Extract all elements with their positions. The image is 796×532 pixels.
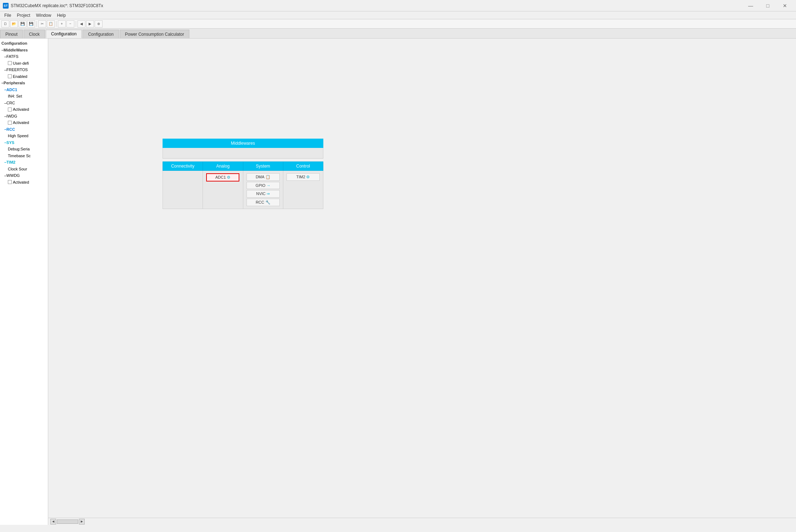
title-bar: ST STM32CubeMX replicate.ioc*: STM32F103… — [0, 0, 796, 11]
center-panel: Middlewares Connectivity Analog System C… — [163, 139, 323, 209]
app-icon: ST — [3, 3, 9, 9]
tree-fatfs[interactable]: –FATFS — [0, 53, 48, 60]
close-button[interactable]: ✕ — [777, 1, 793, 11]
btn-dma[interactable]: DMA 📋 — [247, 173, 280, 181]
btn-tim2[interactable]: TIM2 ⚙ — [287, 173, 320, 181]
tree-iwdg-activated[interactable]: Activated — [0, 119, 48, 126]
window-title: STM32CubeMX replicate.ioc*: STM32F103C8T… — [11, 3, 103, 8]
tree-iwdg[interactable]: –IWDG — [0, 113, 48, 120]
middlewares-body — [163, 148, 323, 159]
tree-tim2-clock[interactable]: Clock Sour — [0, 166, 48, 173]
separator-3 — [76, 21, 76, 27]
tree-peripherals[interactable]: –Peripherals — [0, 80, 48, 86]
checkbox-crc[interactable] — [8, 108, 12, 111]
separator-2 — [56, 21, 56, 27]
tab-power[interactable]: Power Consumption Calculator — [120, 30, 189, 38]
tree-fatfs-userdef[interactable]: User-defi — [0, 60, 48, 67]
middlewares-header: Middlewares — [163, 139, 323, 148]
toolbar-open[interactable]: 📂 — [10, 20, 18, 28]
toolbar-new[interactable]: 🗋 — [1, 20, 9, 28]
horizontal-scrollbar[interactable]: ◀ ▶ — [50, 519, 85, 524]
col-system: System — [243, 162, 283, 171]
toolbar-arrow-right[interactable]: ▶ — [86, 20, 94, 28]
title-bar-controls: — □ ✕ — [742, 1, 793, 11]
toolbar-arrow-left[interactable]: ◀ — [78, 20, 85, 28]
col-connectivity: Connectivity — [163, 162, 203, 171]
toolbar-save2[interactable]: 💾 — [27, 20, 35, 28]
tree-adc1[interactable]: –ADC1 — [0, 86, 48, 93]
tree-freertos-enabled[interactable]: Enabled — [0, 73, 48, 80]
status-bar: ◀ ▶ — [48, 518, 796, 525]
menu-window[interactable]: Window — [33, 12, 54, 19]
btn-adc1[interactable]: ADC1 ⚙ — [206, 173, 239, 182]
tree-crc[interactable]: –CRC — [0, 100, 48, 106]
tab-clock[interactable]: Clock — [24, 30, 45, 38]
tree-rcc-highspeed[interactable]: High Speed — [0, 133, 48, 139]
tree-adc1-in4[interactable]: IN4: Set — [0, 93, 48, 100]
tree-rcc[interactable]: –RCC — [0, 126, 48, 133]
main-layout: Configuration –MiddleWares –FATFS User-d… — [0, 39, 796, 525]
tree-tim2[interactable]: –TIM2 — [0, 159, 48, 166]
menu-project[interactable]: Project — [14, 12, 33, 19]
sidebar: Configuration –MiddleWares –FATFS User-d… — [0, 39, 48, 525]
btn-rcc[interactable]: RCC 🔧 — [247, 199, 280, 206]
checkbox-iwdg[interactable] — [8, 121, 12, 125]
cell-control: TIM2 ⚙ — [283, 171, 323, 209]
menu-bar: File Project Window Help — [0, 11, 796, 19]
toolbar-cut[interactable]: ✂ — [38, 20, 46, 28]
middlewares-block: Middlewares — [163, 139, 323, 159]
maximize-button[interactable]: □ — [760, 1, 776, 11]
scroll-left[interactable]: ◀ — [50, 519, 56, 524]
tree-configuration: Configuration — [0, 40, 48, 47]
scroll-right[interactable]: ▶ — [79, 519, 85, 524]
tree-crc-activated[interactable]: Activated — [0, 106, 48, 113]
tree-freertos[interactable]: –FREERTOS — [0, 66, 48, 73]
toolbar: 🗋 📂 💾 💾 ✂ 📋 + − ◀ ▶ ⊕ — [0, 19, 796, 29]
cell-system: DMA 📋 GPIO → NVIC ⇒ RCC 🔧 — [243, 171, 283, 209]
menu-file[interactable]: File — [1, 12, 14, 19]
col-control: Control — [283, 162, 323, 171]
toolbar-plus[interactable]: + — [58, 20, 66, 28]
tab-pinout[interactable]: Pinout — [0, 30, 23, 38]
scroll-track[interactable] — [57, 519, 78, 524]
menu-help[interactable]: Help — [54, 12, 69, 19]
checkbox-fatfs[interactable] — [8, 61, 12, 65]
col-analog: Analog — [203, 162, 243, 171]
toolbar-minus[interactable]: − — [66, 20, 74, 28]
minimize-button[interactable]: — — [742, 1, 759, 11]
cell-analog: ADC1 ⚙ — [203, 171, 243, 209]
tab-bar: Pinout Clock Configuration Configuration… — [0, 29, 796, 39]
btn-nvic[interactable]: NVIC ⇒ — [247, 190, 280, 198]
tree-sys[interactable]: –SYS — [0, 139, 48, 146]
content-area: Middlewares Connectivity Analog System C… — [48, 39, 796, 525]
tree-sys-timebase[interactable]: Timebase Sc — [0, 153, 48, 159]
cell-connectivity — [163, 171, 203, 209]
tree-sys-debug[interactable]: Debug:Seria — [0, 146, 48, 153]
tab-configuration[interactable]: Configuration — [46, 30, 82, 38]
title-bar-left: ST STM32CubeMX replicate.ioc*: STM32F103… — [3, 3, 103, 9]
checkbox-freertos[interactable] — [8, 74, 12, 78]
toolbar-add[interactable]: ⊕ — [95, 20, 103, 28]
tree-wwdg[interactable]: –WWDG — [0, 172, 48, 179]
checkbox-wwdg[interactable] — [8, 180, 12, 184]
table-row: ADC1 ⚙ DMA 📋 GPIO → NVIC ⇒ — [163, 171, 323, 209]
tree-middlewares[interactable]: –MiddleWares — [0, 47, 48, 54]
tree-wwdg-activated[interactable]: Activated — [0, 179, 48, 186]
peripherals-table: Connectivity Analog System Control ADC1 — [163, 161, 323, 209]
tab-configuration2[interactable]: Configuration — [83, 30, 119, 38]
separator-1 — [36, 21, 37, 27]
btn-gpio[interactable]: GPIO → — [247, 182, 280, 189]
toolbar-copy[interactable]: 📋 — [47, 20, 55, 28]
toolbar-save[interactable]: 💾 — [19, 20, 26, 28]
